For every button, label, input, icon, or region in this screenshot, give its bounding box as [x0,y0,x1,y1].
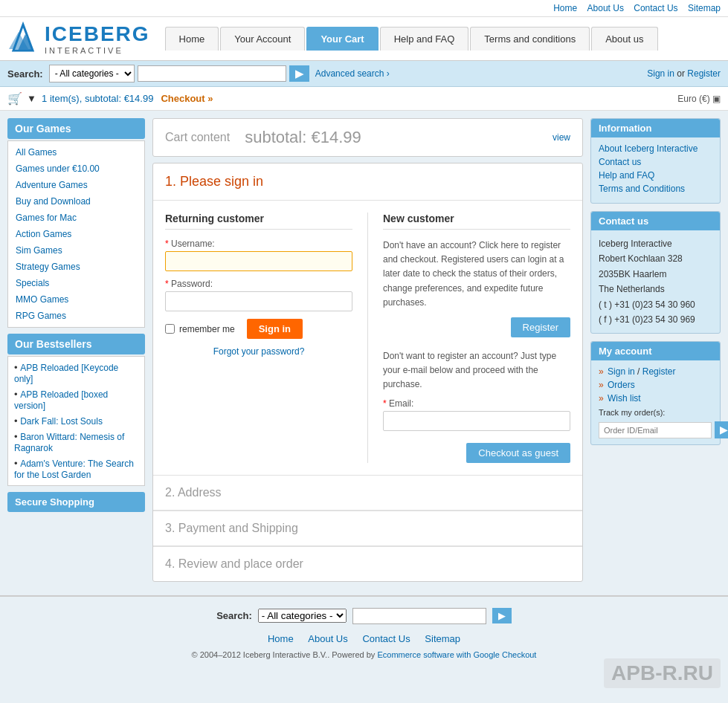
logo-text: ICEBERG INTERACTIVE [45,22,150,55]
register-link[interactable]: Register [687,68,721,79]
category-select[interactable]: - All categories - [49,65,135,82]
new-customer-section: New customer Don't have an account? Clic… [383,213,570,463]
step2-header: 2. Address [153,475,582,511]
sidebar-all-games[interactable]: All Games [8,144,144,161]
sidebar-buy-download[interactable]: Buy and Download [8,193,144,210]
topbar-about[interactable]: About Us [587,3,624,13]
bestseller-adams-venture[interactable]: Adam's Venture: The Search for the Lost … [14,459,134,480]
view-cart-link[interactable]: view [553,132,570,143]
password-input[interactable] [165,291,352,311]
cart-info: ▼ 1 item(s), subtotal: €14.99 [27,93,153,104]
bestseller-dark-fall[interactable]: Dark Fall: Lost Souls [20,416,103,427]
search-input[interactable] [138,65,286,82]
contact-box-header: Contact us [591,212,720,230]
contact-phone: ( t ) +31 (0)23 54 30 960 [599,297,712,312]
username-input[interactable] [165,251,352,271]
footer-copyright: © 2004–2012 Iceberg Interactive B.V.. Po… [7,650,721,659]
remember-me: remember me Sign in [165,319,352,339]
new-customer-title: New customer [383,213,570,230]
topbar-home[interactable]: Home [553,3,577,13]
step3-title: 3. Payment and Shipping [165,522,570,535]
center-content: Cart content subtotal: €14.99 view 1. Pl… [152,118,583,588]
bestseller-apb-boxed[interactable]: APB Reloaded [boxed version] [14,389,108,411]
footer-search-label: Search: [216,610,252,621]
nav-your-cart[interactable]: Your Cart [306,27,378,51]
sidebar-adventure-games[interactable]: Adventure Games [8,177,144,193]
footer-links: Home About Us Contact Us Sitemap [7,633,721,644]
bestsellers-title: Our Bestsellers [7,334,145,354]
email-input[interactable] [383,411,570,431]
secure-shopping: Secure Shopping [7,492,145,512]
remember-checkbox[interactable] [165,324,175,334]
signin-link[interactable]: Sign in [647,68,674,79]
arrow-icon1: » [599,366,604,377]
info-contact-link[interactable]: Contact us [599,157,712,167]
footer-search-button[interactable]: ▶ [492,608,512,623]
sidebar-action-games[interactable]: Action Games [8,226,144,242]
email-label: * Email: [383,398,570,409]
left-sidebar: Our Games All Games Games under €10.00 A… [7,118,145,588]
footer-home-link[interactable]: Home [268,633,294,644]
returning-customer-title: Returning customer [165,213,352,230]
checkout-as-guest-button[interactable]: Checkout as guest [466,443,570,463]
footer-powered-link[interactable]: Ecommerce software with Google Checkout [377,650,536,659]
info-terms-link[interactable]: Terms and Conditions [599,184,712,194]
games-links: All Games Games under €10.00 Adventure G… [7,140,145,328]
track-order-row: ▶ [599,421,712,438]
footer-category-select[interactable]: - All categories - [258,609,347,623]
sidebar-strategy-games[interactable]: Strategy Games [8,259,144,275]
cart-content-title: Cart content [165,131,230,144]
sidebar-games-under-10[interactable]: Games under €10.00 [8,161,144,177]
footer-contact-link[interactable]: Contact Us [362,633,410,644]
register-row: Register [383,317,570,337]
nav-your-account[interactable]: Your Account [220,27,305,51]
signin-button[interactable]: Sign in [247,319,303,339]
bestseller-apb-keycode[interactable]: APB Reloaded [Keycode only] [14,363,118,384]
info-help-link[interactable]: Help and FAQ [599,170,712,181]
myaccount-register-link[interactable]: Register [642,366,676,377]
contact-line2: Robert Kochlaan 328 [599,251,712,266]
info-about-link[interactable]: About Iceberg Interactive [599,143,712,154]
contact-line1: Iceberg Interactive [599,236,712,251]
contact-line4: The Netherlands [599,282,712,297]
step1-title: 1. Please sign in [165,174,570,189]
myaccount-orders-link[interactable]: Orders [608,380,635,390]
advanced-search-link[interactable]: Advanced search › [315,68,390,79]
nav-about[interactable]: About us [591,27,657,51]
email-field: * Email: [383,398,570,431]
checkout-link[interactable]: Checkout » [161,93,213,104]
info-box-content: About Iceberg Interactive Contact us Hel… [591,137,720,203]
list-item: APB Reloaded [boxed version] [8,386,144,413]
bestseller-baron-wittard[interactable]: Baron Wittard: Nemesis of Ragnarok [14,432,124,453]
cart-subtotal: subtotal: €14.99 [245,128,361,147]
sidebar-games-for-mac[interactable]: Games for Mac [8,210,144,226]
forgot-password-link[interactable]: Forgot your password? [165,346,352,357]
nav-help[interactable]: Help and FAQ [380,27,469,51]
topbar-sitemap[interactable]: Sitemap [688,3,721,13]
guest-checkout-row: Checkout as guest [383,438,570,463]
nav-home[interactable]: Home [165,27,219,51]
footer-search-input[interactable] [352,608,486,624]
sidebar-rpg-games[interactable]: RPG Games [8,308,144,324]
topbar-contact[interactable]: Contact Us [634,3,677,13]
sidebar-specials[interactable]: Specials [8,275,144,291]
myaccount-wishlist-link[interactable]: Wish list [608,393,641,404]
required-star: * [165,239,169,249]
register-button[interactable]: Register [511,317,570,337]
contact-box: Contact us Iceberg Interactive Robert Ko… [590,211,721,334]
footer-about-link[interactable]: About Us [308,633,347,644]
track-order-input[interactable] [599,422,712,438]
sidebar-mmo-games[interactable]: MMO Games [8,291,144,308]
track-order-button[interactable]: ▶ [715,421,728,438]
arrow-icon2: » [599,380,604,390]
nav-terms[interactable]: Terms and conditions [470,27,590,51]
track-label: Track my order(s): [599,408,712,417]
myaccount-signin-link[interactable]: Sign in [608,366,635,377]
main-layout: Our Games All Games Games under €10.00 A… [0,111,728,595]
sidebar-sim-games[interactable]: Sim Games [8,242,144,259]
username-label: * Username: [165,239,352,249]
footer-sitemap-link[interactable]: Sitemap [425,633,460,644]
search-button[interactable]: ▶ [289,65,309,82]
arrow-icon3: » [599,393,604,404]
cart-items-link[interactable]: 1 item(s), subtotal: €14.99 [42,93,153,104]
